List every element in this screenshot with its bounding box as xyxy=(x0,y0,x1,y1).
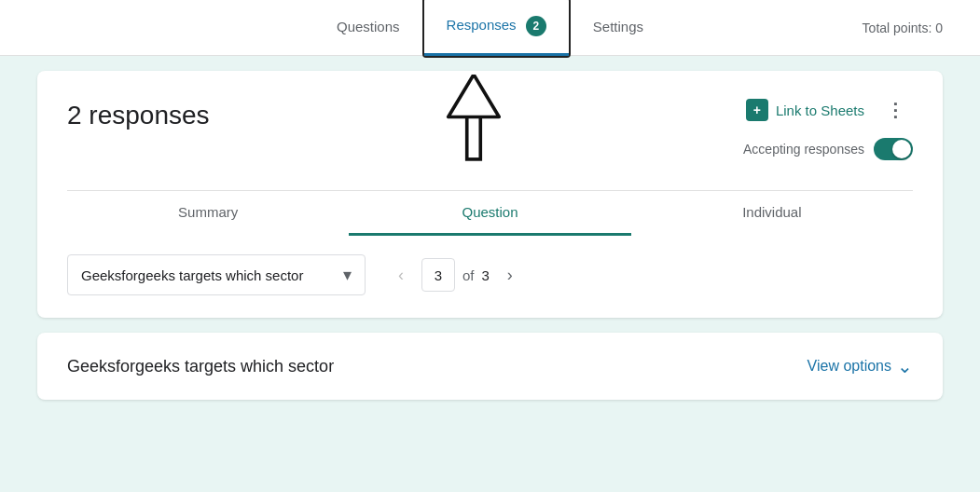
view-options-button[interactable]: View options ⌄ xyxy=(807,355,913,377)
tab-responses[interactable]: Responses 2 xyxy=(424,0,569,56)
arrow-up-container xyxy=(446,75,502,168)
responses-card: 2 responses + Link to xyxy=(37,71,943,318)
header-actions-top: + Link to Sheets ⋮ xyxy=(738,93,913,127)
question-dropdown[interactable]: Geeksforgeeks targets which sector ▾ xyxy=(67,254,366,295)
tab-questions[interactable]: Questions xyxy=(314,2,422,54)
header-actions: + Link to Sheets ⋮ Accepting responses xyxy=(738,93,913,160)
link-to-sheets-button[interactable]: + Link to Sheets xyxy=(738,93,872,127)
responses-badge: 2 xyxy=(526,16,546,36)
total-pages: 3 xyxy=(482,267,490,283)
nav-tabs: Questions Responses 2 Settings xyxy=(314,0,666,58)
response-tabs: Summary Question Individual xyxy=(67,190,913,236)
accepting-responses-label: Accepting responses xyxy=(743,142,864,157)
svg-marker-1 xyxy=(449,75,500,116)
toggle-knob xyxy=(892,140,911,158)
question-card: Geeksforgeeks targets which sector View … xyxy=(37,333,943,400)
total-points: Total points: 0 xyxy=(863,20,943,35)
question-selector-area: Geeksforgeeks targets which sector ▾ ‹ o… xyxy=(67,254,913,295)
sheets-icon: + xyxy=(746,99,768,121)
tab-responses-wrapper: Responses 2 xyxy=(422,0,571,58)
dropdown-arrow-icon: ▾ xyxy=(343,265,352,285)
page-number-input[interactable] xyxy=(421,258,455,292)
tab-question[interactable]: Question xyxy=(349,191,630,236)
tab-settings[interactable]: Settings xyxy=(571,2,666,54)
top-navigation: Questions Responses 2 Settings Total poi… xyxy=(0,0,980,56)
responses-count: 2 responses xyxy=(67,93,210,130)
prev-page-button[interactable]: ‹ xyxy=(384,258,418,292)
tab-summary[interactable]: Summary xyxy=(67,191,349,236)
question-title: Geeksforgeeks targets which sector xyxy=(67,357,334,376)
up-arrow-icon xyxy=(446,75,502,168)
more-options-button[interactable]: ⋮ xyxy=(879,93,913,127)
responses-left: 2 responses xyxy=(67,93,210,130)
pagination: ‹ of 3 › xyxy=(384,258,527,292)
tab-individual[interactable]: Individual xyxy=(631,191,913,236)
main-content: 2 responses + Link to xyxy=(0,56,980,415)
next-page-button[interactable]: › xyxy=(493,258,527,292)
link-to-sheets-label: Link to Sheets xyxy=(776,102,864,118)
view-options-label: View options xyxy=(807,358,891,375)
of-label: of xyxy=(462,267,475,283)
accepting-responses-row: Accepting responses xyxy=(743,138,913,160)
chevron-down-icon: ⌄ xyxy=(897,355,913,377)
dropdown-label: Geeksforgeeks targets which sector xyxy=(81,267,303,283)
responses-header: 2 responses + Link to xyxy=(67,93,913,168)
accepting-responses-toggle[interactable] xyxy=(874,138,913,160)
